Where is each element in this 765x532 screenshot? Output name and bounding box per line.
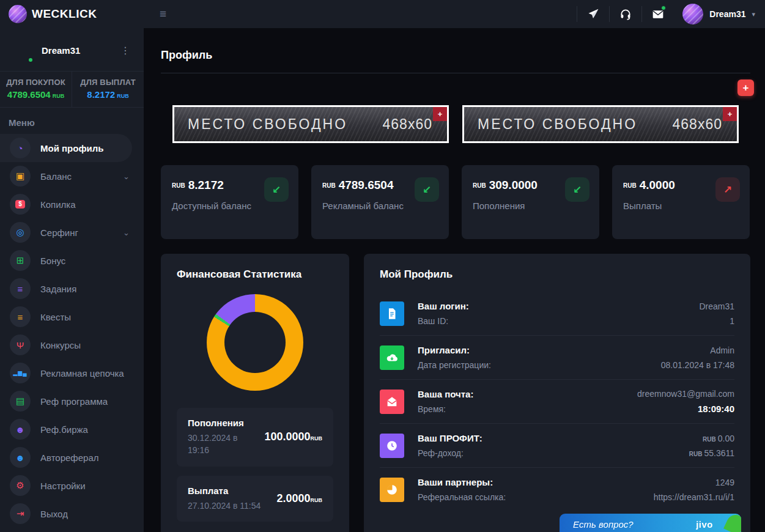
profile-row-value2-amount: 55.3611 [704, 448, 734, 458]
chevron-down-icon: ⌄ [123, 228, 132, 237]
sidebar-item-autoreferral[interactable]: ☻ Автореферал [0, 443, 132, 471]
profile-row-label1: Пригласил: [418, 345, 648, 355]
transaction-item[interactable]: Пополнения 30.12.2024 в 19:16 100.0000RU… [177, 408, 333, 467]
transaction-amount: 2.0000RUB [276, 492, 322, 505]
sidebar-item-balance[interactable]: ▣ Баланс ⌄ [0, 162, 132, 190]
ad-banner-slot[interactable]: МЕСТО СВОБОДНО 468x60 + [172, 105, 449, 143]
stat-currency: RUB [473, 182, 486, 189]
balance-purchases-label: ДЛЯ ПОКУПОК [1, 78, 70, 87]
profile-row-label1: Ваш ПРОФИТ: [418, 433, 676, 443]
banner-plus-badge[interactable]: + [723, 107, 737, 121]
transaction-currency: RUB [311, 435, 323, 441]
transaction-amount-value: 100.0000 [264, 430, 310, 443]
sidebar-item-label: Рекламная цепочка [40, 368, 132, 379]
document-icon [380, 301, 404, 326]
stat-amount: 4.0000 [640, 179, 675, 191]
mail-button[interactable] [642, 0, 674, 28]
sidebar-item-ref-exchange[interactable]: ☻ Реф.биржа [0, 415, 132, 443]
transaction-date: 30.12.2024 в 19:16 [188, 432, 261, 457]
add-banner-button[interactable]: + [737, 79, 754, 96]
sidebar-user-row: Dream31 ⋮ [0, 28, 144, 71]
brand-logo[interactable]: WECKLICK [0, 0, 144, 28]
hamburger-icon[interactable]: ≡ [160, 7, 166, 21]
ad-banner-slot[interactable]: МЕСТО СВОБОДНО 468x60 + [462, 105, 739, 143]
sidebar-item-label: Реф программа [40, 396, 132, 407]
main-area: ≡ Dream31 ▾ [144, 0, 765, 532]
balance-purchases-value: 4789.6504RUB [1, 89, 70, 100]
sidebar-item-surfing[interactable]: ◎ Серфинг ⌄ [0, 218, 132, 246]
content: Профиль + МЕСТО СВОБОДНО 468x60 + МЕСТО … [144, 28, 765, 532]
sidebar-item-bonus[interactable]: ⊞ Бонус [0, 246, 132, 275]
sidebar-item-piggybank[interactable]: $ Копилка [0, 190, 132, 218]
transaction-item[interactable]: Выплата 27.10.2024 в 11:54 2.0000RUB [177, 476, 333, 522]
sidebar-item-tasks[interactable]: ≡ Задания [0, 275, 132, 303]
user-menu-dots-icon[interactable]: ⋮ [116, 45, 135, 56]
sidebar-item-ad-chain[interactable]: ▂▆▄ Рекламная цепочка [0, 359, 132, 387]
stat-card-available-balance: RUB8.2172 Доступный баланс ↙ [161, 165, 298, 239]
sidebar-item-label: Задания [40, 284, 132, 294]
sidebar-item-label: Настройки [40, 481, 132, 491]
balance-purchases: ДЛЯ ПОКУПОК 4789.6504RUB [0, 72, 72, 107]
sidebar-item-label: Мой профиль [40, 143, 132, 153]
profile-row-label1: Ваша почта: [418, 389, 624, 399]
banner-text: МЕСТО СВОБОДНО [188, 116, 347, 133]
profile-row-labels: Ваш ПРОФИТ: Реф-доход: [418, 433, 676, 458]
send-message-button[interactable] [577, 0, 609, 28]
profile-row-value1-amount: 0.00 [718, 434, 734, 443]
avatar[interactable] [9, 38, 33, 62]
jivo-chat-widget[interactable]: Есть вопрос? jivo [560, 514, 741, 532]
caret-down-icon: ▾ [752, 10, 755, 18]
profile-row-values: Dream31 1 [699, 301, 734, 326]
sidebar-item-logout[interactable]: ⇥ Выход [0, 500, 132, 528]
stat-amount: 4789.6504 [339, 179, 394, 191]
bar-chart-icon-glyph: ▂▆▄ [13, 370, 27, 376]
support-button[interactable] [610, 0, 641, 28]
mail-open-icon-glyph [385, 395, 399, 408]
sidebar-item-settings[interactable]: ⚙ Настройки [0, 471, 132, 500]
laptop-icon-glyph: ▣ [16, 171, 24, 182]
user-icon: ☻ [10, 447, 31, 468]
cloud-download-icon-glyph [385, 351, 399, 364]
pie-chart-icon [380, 478, 404, 502]
tasks-icon-glyph: ≡ [18, 284, 23, 294]
ref-badge-icon: ▤ [10, 391, 31, 412]
stat-currency: RUB [322, 182, 336, 189]
clock-icon-glyph [385, 439, 399, 453]
profile-row-values: RUB0.00 RUB55.3611 [689, 434, 734, 458]
profile-row-value1: dreemnow31@gmail.com [637, 389, 734, 399]
profile-row-values: 1249 https://dream31.ru/i/1 [654, 478, 734, 502]
finance-statistics-card: Финансовая Статистика Пополнения 30.12.2… [161, 254, 349, 532]
paper-plane-icon [587, 8, 599, 20]
trophy-icon-glyph: Ψ [17, 340, 24, 350]
mail-open-icon [380, 390, 404, 414]
profile-row-value1: 1249 [654, 478, 734, 487]
sidebar-item-quests[interactable]: ≡ Квесты [0, 303, 132, 331]
finance-donut [207, 294, 303, 391]
banner-plus-badge[interactable]: + [433, 107, 447, 121]
transaction-label: Пополнения [188, 418, 261, 428]
app-root: WECKLICK Dream31 ⋮ ДЛЯ ПОКУПОК 4789.6504… [0, 0, 765, 532]
profile-row-value1: Dream31 [699, 301, 734, 311]
topbar-user-menu[interactable]: Dream31 ▾ [682, 4, 755, 24]
sidebar-item-label: Выход [40, 509, 132, 519]
sidebar-item-label: Реф.биржа [40, 424, 132, 435]
balance-purchases-amount: 4789.6504 [7, 89, 51, 100]
sidebar-item-my-profile[interactable]: ◔ Мой профиль [0, 134, 132, 162]
bottom-row: Финансовая Статистика Пополнения 30.12.2… [161, 254, 750, 532]
arrow-in-icon: ↙ [264, 177, 289, 202]
finance-card-title: Финансовая Статистика [177, 268, 333, 281]
sidebar-item-contests[interactable]: Ψ Конкурсы [0, 331, 132, 359]
currency-prefix: RUB [703, 436, 716, 443]
brand-logo-icon [9, 5, 27, 23]
users-icon: ☻ [10, 419, 31, 440]
balance-payouts-label: ДЛЯ ВЫПЛАТ [73, 78, 142, 87]
profile-row-value2: 1 [699, 316, 734, 326]
sidebar-item-ref-program[interactable]: ▤ Реф программа [0, 387, 132, 415]
profile-row-labels: Ваша почта: Время: [418, 389, 624, 414]
clock-icon [380, 434, 404, 458]
gear-icon: ⚙ [10, 475, 31, 496]
profile-row-partners: Ваши партнеры: Реферальная ссылка: 1249 … [380, 467, 734, 511]
sidebar-item-label: Автореферал [40, 453, 132, 463]
referral-link[interactable]: https://dream31.ru/i/1 [654, 492, 734, 502]
trophy-icon: Ψ [10, 334, 31, 355]
